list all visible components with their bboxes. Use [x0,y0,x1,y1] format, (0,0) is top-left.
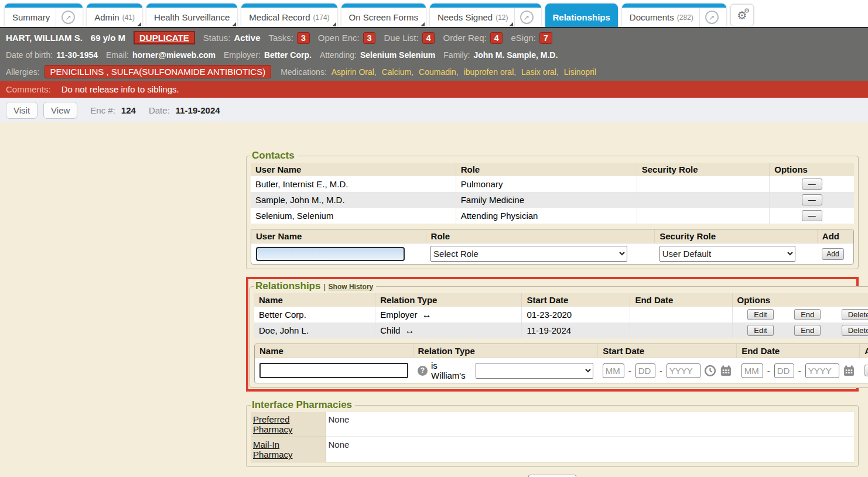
bidirectional-arrow-icon: ↔ [422,310,432,320]
add-relationship-button[interactable]: Add [864,365,868,376]
enc-number-label: Enc #: [90,105,115,115]
help-icon[interactable]: ? [418,366,428,376]
popout-segment[interactable]: ↗ [56,8,75,27]
contact-security-role-select[interactable]: User Default [659,246,795,262]
tab-admin[interactable]: Admin (41) [87,4,142,27]
order-req-count-badge[interactable]: 4 [490,32,503,44]
popout-segment[interactable]: ↗ [514,8,534,27]
contact-role-select[interactable]: Select Role [430,246,627,262]
email-label: Email: [106,50,129,60]
tab-needs-signed[interactable]: Needs Signed (12) ↗ [430,4,541,27]
tab-relationships[interactable]: Relationships [545,4,618,27]
tasks-count-badge[interactable]: 3 [297,32,310,44]
enc-number-value: 124 [121,105,136,115]
add-rel-header-name: Name [255,344,413,358]
remove-contact-button[interactable]: — [802,179,822,190]
start-month-input[interactable] [603,363,624,378]
medication-item[interactable]: Coumadin [419,67,456,77]
end-relationship-button[interactable]: End [794,309,821,320]
start-day-input[interactable] [635,363,655,378]
popout-segment[interactable]: ↗ [699,8,719,27]
contact-role: Attending Physician [456,208,637,224]
end-month-input[interactable] [741,363,763,378]
end-year-input[interactable] [805,363,839,378]
contact-row: Selenium, Selenium Attending Physician — [251,208,854,224]
contact-security-role [637,208,770,224]
dropdown-fold-icon [421,22,425,26]
add-contact-button[interactable]: Add [822,248,843,260]
popout-arrow-icon: ↗ [520,11,534,24]
tab-count: (174) [313,13,330,22]
contact-user-name: Butler, Internist E., M.D. [251,176,456,192]
tab-count: (41) [122,13,135,22]
duplicate-flag[interactable]: DUPLICATE [134,31,195,44]
tab-on-screen-forms[interactable]: On Screen Forms [341,4,426,27]
tab-count: (282) [677,13,693,22]
medication-item[interactable]: ibuprofen oral [464,67,514,77]
edit-relationship-button[interactable]: Edit [747,325,773,336]
allergies-value[interactable]: PENICILLINS , SULFA(SULFONAMIDE ANTIBIOT… [45,65,272,78]
medication-item[interactable]: Aspirin Oral [332,67,374,77]
clock-icon[interactable] [704,365,716,377]
show-history-link[interactable]: Show History [329,283,374,291]
attending-value: Selenium Selenium [360,50,435,60]
interface-pharmacies-legend: Interface Pharmacies [251,399,355,411]
relationship-row: Doe, John L. Child ↔ 11-19-2024 Edit End… [254,322,868,338]
main-area: Contacts User Name Role Security Role Op… [0,122,868,476]
remove-contact-button[interactable]: — [802,194,822,205]
allergies-label: Allergies: [6,67,40,77]
tab-documents[interactable]: Documents (282) ↗ [622,4,726,27]
due-list-count-badge[interactable]: 4 [422,32,435,44]
relationship-name-input[interactable] [259,363,408,378]
medication-item[interactable]: Lisinopril [564,67,596,77]
end-relationship-button[interactable]: End [794,325,821,336]
patient-header: HART, WILLIAM S. 69 y/o M DUPLICATE Stat… [0,28,868,81]
tab-medical-record[interactable]: Medical Record (174) [241,4,337,27]
legend-separator: | [323,282,326,291]
relationship-start-date: 01-23-2020 [522,307,630,322]
tab-label: On Screen Forms [349,12,418,22]
settings-button[interactable]: ⚙ ⚙ [730,4,754,26]
edit-relationship-button[interactable]: Edit [747,309,773,320]
calendar-icon[interactable] [720,365,732,377]
tab-label: Admin [94,12,119,22]
dropdown-fold-icon [509,22,513,26]
tab-summary[interactable]: Summary ↗ [5,4,83,27]
relationship-row: Better Corp. Employer ↔ 01-23-2020 Edit … [254,307,868,322]
pharmacies-table: Preferred Pharmacy None Mail-In Pharmacy… [251,412,854,462]
add-rel-header-add: Add [860,344,868,358]
start-year-input[interactable] [667,363,700,378]
esign-label: eSign: [511,33,536,43]
email-value: horner@mieweb.com [132,50,216,60]
preferred-pharmacy-link[interactable]: Preferred Pharmacy [253,414,303,434]
open-enc-count-badge[interactable]: 3 [363,32,376,44]
add-rel-header-relation-type: Relation Type [413,344,598,358]
contacts-legend: Contacts [251,150,298,162]
contact-user-name-input[interactable] [256,247,405,261]
remove-contact-button[interactable]: — [802,210,822,221]
submit-button[interactable]: Submit [528,475,576,477]
relation-type-select[interactable] [476,363,593,379]
contact-user-name: Sample, John M., M.D. [251,192,456,208]
family-doctor-value: John M. Sample, M.D. [473,50,558,60]
patient-header-row3: Allergies: PENICILLINS , SULFA(SULFONAMI… [6,63,862,81]
delete-relationship-button[interactable]: Delete [842,325,868,336]
pharmacy-row: Preferred Pharmacy None [251,412,854,437]
end-day-input[interactable] [774,363,794,378]
interface-pharmacies-section: Interface Pharmacies Preferred Pharmacy … [246,399,859,467]
contact-security-role [637,192,770,208]
tab-health-surveillance[interactable]: Health Surveillance [146,4,237,27]
medication-item[interactable]: Calcium [382,67,412,77]
esign-count-badge[interactable]: 7 [539,32,552,44]
popout-arrow-icon: ↗ [61,11,75,24]
view-button[interactable]: View [43,102,77,119]
medication-item[interactable]: Lasix oral [521,67,556,77]
delete-relationship-button[interactable]: Delete [842,309,868,320]
family-doctor-label: Family: [443,50,470,60]
calendar-icon[interactable] [843,365,855,377]
add-contact-header-role: Role [426,229,655,243]
status-label: Status: [203,33,231,43]
visit-button[interactable]: Visit [6,102,37,119]
contact-row: Butler, Internist E., M.D. Pulmonary — [251,176,854,192]
mail-in-pharmacy-link[interactable]: Mail-In Pharmacy [253,440,303,459]
